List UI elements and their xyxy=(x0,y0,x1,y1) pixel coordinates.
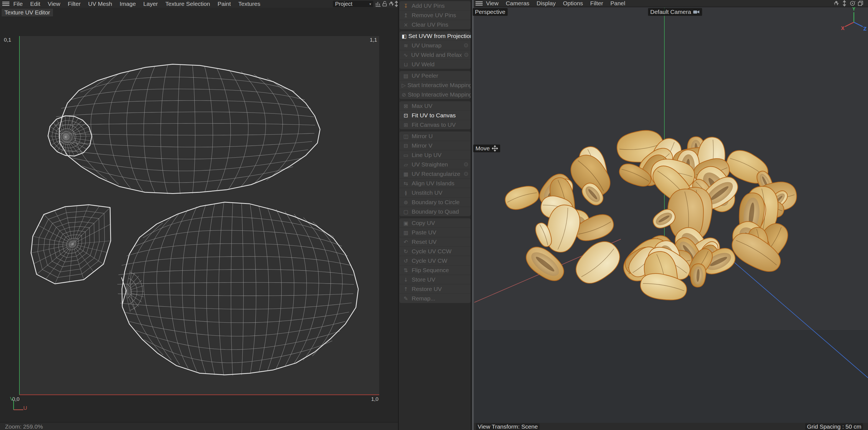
orbit-icon[interactable] xyxy=(849,0,856,6)
flip-sequence-icon: ⇅ xyxy=(402,267,410,273)
restore-uv-icon: ↑ xyxy=(402,286,410,292)
start-interactive-mapping[interactable]: ▷Start Interactive Mapping xyxy=(400,80,471,90)
menu-edit[interactable]: Edit xyxy=(30,1,40,7)
flip-sequence-label: Flip Sequence xyxy=(412,267,471,274)
vp-menu-cameras[interactable]: Cameras xyxy=(506,0,529,7)
boundary-to-circle[interactable]: ⊚Boundary to Circle xyxy=(400,197,471,207)
menu-filter[interactable]: Filter xyxy=(68,1,81,7)
texture-uv-editor-tab[interactable]: Texture UV Editor xyxy=(2,9,53,17)
mirror-v[interactable]: ⊟Mirror V xyxy=(400,141,471,150)
uv-canvas-area[interactable]: 0,1 1,1 0,0 1,0 U V xyxy=(0,8,398,422)
vp-menu-panel[interactable]: Panel xyxy=(610,0,625,7)
boundary-to-quad[interactable]: ▢Boundary to Quad xyxy=(400,207,471,216)
restore-uv-label: Restore UV xyxy=(412,286,471,293)
camera-label[interactable]: Default Camera xyxy=(648,8,702,16)
vp-menu-display[interactable]: Display xyxy=(536,0,556,7)
zoom-level-text: Zoom: 259.0% xyxy=(5,423,43,430)
menu-texture-selection[interactable]: Texture Selection xyxy=(165,1,210,7)
uv-editor-statusbar: Zoom: 259.0% xyxy=(0,422,398,430)
menu-textures[interactable]: Textures xyxy=(238,1,260,7)
axis-gizmo: YXZ xyxy=(841,7,867,32)
menu-uv-mesh[interactable]: UV Mesh xyxy=(88,1,112,7)
vp-menu-options[interactable]: Options xyxy=(563,0,583,7)
cycle-uv-cw-icon: ↺ xyxy=(402,258,410,264)
menu-file[interactable]: File xyxy=(13,1,23,7)
viewport-hamburger-menu-icon[interactable] xyxy=(475,1,483,6)
add-uv-pin-icon: ↧ xyxy=(402,3,410,9)
start-interactive-mapping-icon: ▷ xyxy=(402,82,406,88)
fit-canvas-to-uv[interactable]: ⊞Fit Canvas to UV xyxy=(400,120,471,129)
unstitch-uv-icon: ≬ xyxy=(402,190,410,196)
uv-corner-label-10: 1,0 xyxy=(371,396,378,402)
mirror-u-icon: ◫ xyxy=(402,133,410,139)
project-dropdown[interactable]: Project ▾ xyxy=(333,1,373,7)
menu-paint[interactable]: Paint xyxy=(217,1,231,7)
uv-weld-and-relax[interactable]: ∿UV Weld and Relax⚙ xyxy=(400,50,471,59)
vp-menu-view[interactable]: View xyxy=(486,0,498,7)
copy-uv[interactable]: ▣Copy UV xyxy=(400,218,471,227)
grid-spacing-text: Grid Spacing : 50 cm xyxy=(805,423,863,430)
hamburger-menu-icon[interactable] xyxy=(2,2,9,6)
set-uvw-from-projection[interactable]: ◧Set UVW from Projection⚙ xyxy=(400,31,471,40)
copy-uv-label: Copy UV xyxy=(412,220,471,226)
paste-uv[interactable]: ▥Paste UV xyxy=(400,227,471,237)
active-tool-label[interactable]: Move xyxy=(473,145,500,152)
store-uv[interactable]: ↓Store UV xyxy=(400,275,471,284)
boundary-to-quad-label: Boundary to Quad xyxy=(412,208,471,215)
viewport-3d[interactable]: YXZ xyxy=(474,7,868,423)
flip-sequence[interactable]: ⇅Flip Sequence xyxy=(400,265,471,275)
uv-unwrap-settings-gear[interactable]: ⚙ xyxy=(461,42,471,49)
maximize-icon[interactable] xyxy=(858,0,864,6)
paste-uv-label: Paste UV xyxy=(412,229,471,236)
reset-uv[interactable]: ↶Reset UV xyxy=(400,237,471,246)
fit-canvas-to-uv-label: Fit Canvas to UV xyxy=(412,122,471,128)
menu-layer[interactable]: Layer xyxy=(144,1,158,7)
lock-open-icon[interactable] xyxy=(382,1,388,7)
menu-view[interactable]: View xyxy=(48,1,60,7)
vertical-arrows-icon[interactable] xyxy=(841,0,847,6)
uv-canvas[interactable] xyxy=(0,8,398,422)
max-uv[interactable]: ⊠Max UV xyxy=(400,101,471,111)
line-up-uv-icon: ▭ xyxy=(402,152,410,158)
menu-image[interactable]: Image xyxy=(120,1,136,7)
clear-uv-pins[interactable]: ×Clear UV Pins xyxy=(400,20,471,29)
remove-uv-pins[interactable]: ↥Remove UV Pins xyxy=(400,10,471,20)
add-uv-pins-label: Add UV Pins xyxy=(412,2,471,9)
restore-uv[interactable]: ↑Restore UV xyxy=(400,284,471,294)
store-uv-icon: ↓ xyxy=(402,277,410,283)
view-mode-label[interactable]: Perspective xyxy=(473,8,508,16)
uv-commands-panel: ↧Add UV Pins↥Remove UV Pins×Clear UV Pin… xyxy=(398,0,472,430)
uv-peeler[interactable]: ▤UV Peeler xyxy=(400,71,471,80)
cycle-uv-cw[interactable]: ↺Cycle UV CW xyxy=(400,256,471,265)
line-up-uv[interactable]: ▭Line Up UV xyxy=(400,150,471,159)
hand-icon[interactable] xyxy=(833,0,839,6)
reset-uv-label: Reset UV xyxy=(412,239,471,245)
align-uv-islands[interactable]: ⇆Align UV Islands xyxy=(400,178,471,188)
uv-weld-and-relax-settings-gear[interactable]: ⚙ xyxy=(462,52,471,58)
add-uv-pins[interactable]: ↧Add UV Pins xyxy=(400,1,471,10)
vp-menu-filter[interactable]: Filter xyxy=(590,0,603,7)
uv-straighten[interactable]: ▱UV Straighten⚙ xyxy=(400,159,471,169)
fit-canvas-to-uv-icon: ⊞ xyxy=(402,122,410,128)
uv-straighten-settings-gear[interactable]: ⚙ xyxy=(461,161,471,168)
remove-uv-pin-icon: ↥ xyxy=(402,12,410,18)
boundary-to-quad-icon: ▢ xyxy=(402,209,410,215)
svg-text:X: X xyxy=(841,26,844,31)
remap[interactable]: ✎Remap... xyxy=(400,294,471,303)
mirror-u[interactable]: ◫Mirror U xyxy=(400,131,471,141)
stop-interactive-mapping[interactable]: ⊘Stop Interactive Mapping xyxy=(400,90,471,99)
boundary-to-circle-label: Boundary to Circle xyxy=(412,199,471,206)
uv-rectangularize[interactable]: ▦UV Rectangularize⚙ xyxy=(400,169,471,178)
chevron-down-icon: ▾ xyxy=(369,2,371,6)
uv-weld[interactable]: ⊔UV Weld xyxy=(400,59,471,69)
remap-label: Remap... xyxy=(412,295,471,302)
cycle-uv-ccw[interactable]: ↻Cycle UV CCW xyxy=(400,246,471,256)
remove-uv-pins-label: Remove UV Pins xyxy=(412,12,471,19)
fit-uv-to-canvas[interactable]: ⊡Fit UV to Canvas xyxy=(400,111,471,120)
unstitch-uv[interactable]: ≬Unstitch UV xyxy=(400,188,471,197)
uv-rectangularize-settings-gear[interactable]: ⚙ xyxy=(461,171,471,177)
cycle-uv-ccw-icon: ↻ xyxy=(402,248,410,254)
uv-unwrap[interactable]: ≋UV Unwrap⚙ xyxy=(400,40,471,50)
histogram-icon[interactable] xyxy=(375,1,381,7)
align-uv-islands-label: Align UV Islands xyxy=(412,180,471,187)
